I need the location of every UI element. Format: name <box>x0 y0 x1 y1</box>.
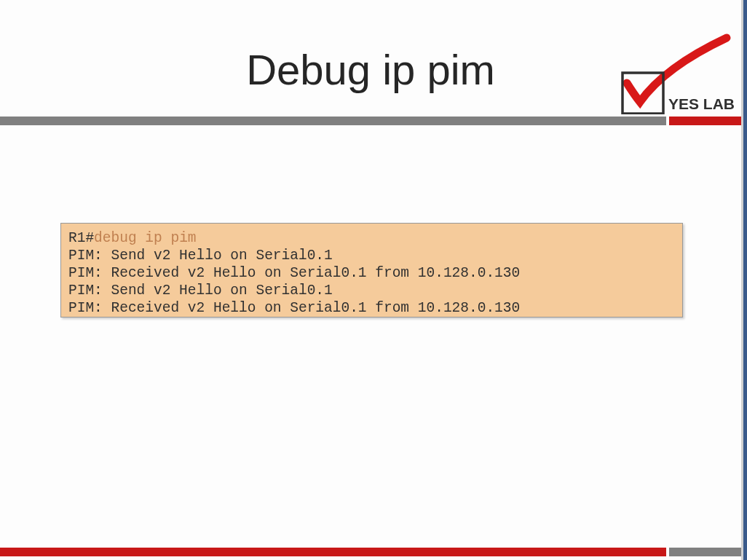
logo-text: YES LAB <box>668 95 735 112</box>
terminal-output-line: PIM: Send v2 Hello on Serial0.1 <box>68 247 675 264</box>
terminal-output: R1#debug ip pim PIM: Send v2 Hello on Se… <box>60 223 683 318</box>
window-edge <box>743 0 747 560</box>
footer-bar-gray <box>669 548 741 556</box>
terminal-output-line: PIM: Send v2 Hello on Serial0.1 <box>68 282 675 299</box>
terminal-output-line: PIM: Received v2 Hello on Serial0.1 from… <box>68 299 675 317</box>
slide-content: Debug ip pim YES LAB R1#debug ip pim PIM… <box>0 0 741 560</box>
terminal-command: debug ip pim <box>94 230 196 246</box>
terminal-command-line: R1#debug ip pim <box>68 229 675 247</box>
logo: YES LAB <box>599 31 741 114</box>
header-bar-gray <box>0 117 666 125</box>
footer-bar-red <box>0 548 666 556</box>
terminal-prompt: R1# <box>68 230 94 246</box>
header-bar-red <box>669 117 741 125</box>
terminal-output-line: PIM: Received v2 Hello on Serial0.1 from… <box>68 264 675 282</box>
